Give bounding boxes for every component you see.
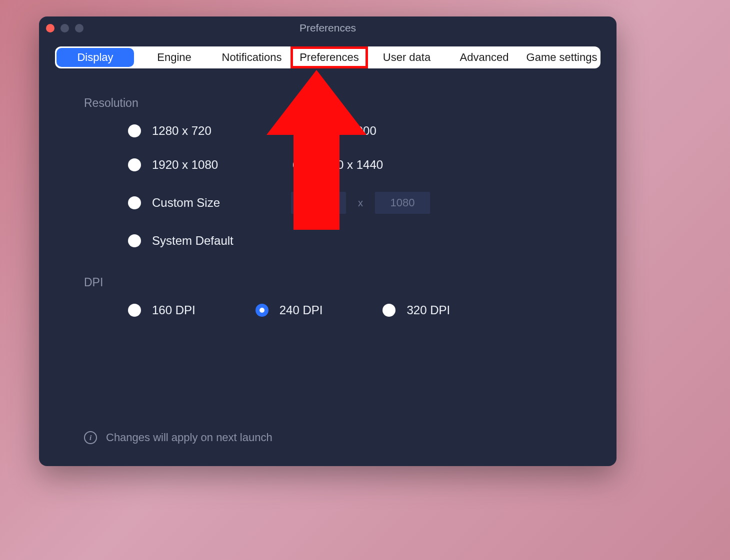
minimize-window-button[interactable]	[60, 24, 69, 32]
radio-icon	[293, 158, 306, 171]
tab-user-data[interactable]: User data	[368, 46, 446, 68]
dpi-options: 160 DPI 240 DPI 320 DPI	[128, 303, 572, 317]
resolution-section-label: Resolution	[84, 96, 572, 110]
titlebar: Preferences	[39, 16, 616, 39]
close-window-button[interactable]	[46, 24, 54, 32]
zoom-window-button[interactable]	[75, 24, 84, 32]
resolution-option-1280x720[interactable]: 1280 x 720	[128, 124, 293, 138]
footer-text: Changes will apply on next launch	[106, 431, 272, 444]
option-label: 1920 x 1080	[152, 158, 218, 172]
radio-icon	[293, 124, 306, 137]
dpi-option-320[interactable]: 320 DPI	[382, 303, 450, 317]
dpi-section-label: DPI	[84, 276, 572, 289]
option-label: System Default	[152, 234, 234, 248]
tab-notifications[interactable]: Notifications	[213, 46, 290, 68]
radio-icon	[256, 304, 268, 317]
resolution-option-1920x1080[interactable]: 1920 x 1080	[128, 158, 293, 172]
option-label: 240 DPI	[280, 303, 323, 317]
tabbar: Display Engine Notifications Preferences…	[55, 46, 600, 68]
traffic-lights	[46, 24, 84, 32]
option-label: 1600 x 900	[317, 124, 376, 138]
custom-size-inputs: x	[291, 192, 503, 214]
tab-display[interactable]: Display	[56, 48, 134, 67]
dpi-section: DPI 160 DPI 240 DPI 320 DPI	[84, 276, 572, 317]
tab-advanced[interactable]: Advanced	[446, 46, 523, 68]
resolution-option-2560x1440[interactable]: 2560 x 1440	[293, 158, 503, 172]
radio-icon	[128, 158, 141, 171]
radio-icon	[128, 304, 141, 317]
resolution-option-system-default[interactable]: System Default	[128, 234, 293, 248]
resolution-options: 1280 x 720 1600 x 900 1920 x 1080 2560 x…	[128, 124, 572, 248]
footer-note: i Changes will apply on next launch	[84, 431, 272, 444]
resolution-option-custom[interactable]: Custom Size	[128, 196, 293, 210]
window-title: Preferences	[39, 22, 616, 34]
content-area: Resolution 1280 x 720 1600 x 900 1920 x …	[39, 68, 616, 317]
radio-icon	[382, 304, 396, 317]
dpi-option-160[interactable]: 160 DPI	[128, 303, 196, 317]
option-label: Custom Size	[152, 196, 220, 210]
dpi-option-240[interactable]: 240 DPI	[256, 303, 323, 317]
tab-game-settings[interactable]: Game settings	[523, 46, 600, 68]
radio-icon	[128, 196, 141, 209]
info-icon: i	[84, 431, 97, 444]
custom-height-input[interactable]	[375, 192, 430, 214]
option-label: 1280 x 720	[152, 124, 212, 138]
tab-preferences[interactable]: Preferences	[290, 46, 368, 68]
radio-icon	[128, 234, 141, 247]
tab-engine[interactable]: Engine	[136, 46, 213, 68]
preferences-window: Preferences Display Engine Notifications…	[39, 16, 616, 466]
x-separator: x	[358, 197, 363, 209]
option-label: 320 DPI	[406, 303, 450, 317]
option-label: 2560 x 1440	[317, 158, 383, 172]
custom-width-input[interactable]	[291, 192, 346, 214]
resolution-option-1600x900[interactable]: 1600 x 900	[293, 124, 503, 138]
option-label: 160 DPI	[152, 303, 196, 317]
radio-icon	[128, 124, 141, 137]
